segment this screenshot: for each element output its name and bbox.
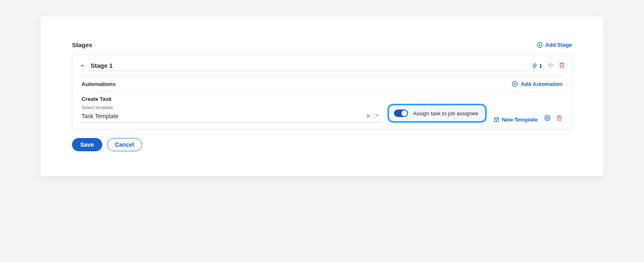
template-select[interactable]: Select template Task Template ✕ — [82, 105, 381, 123]
toggle-knob — [401, 110, 407, 116]
automations-header: Automations Add Automation — [82, 76, 562, 92]
assign-toggle-highlight: Assign task to job assignee — [387, 104, 487, 123]
stages-title: Stages — [72, 41, 92, 48]
stage-row: 1 — [79, 60, 565, 76]
automations-title: Automations — [82, 81, 116, 87]
template-select-field: Task Template ✕ — [82, 111, 381, 123]
delete-stage-icon[interactable] — [559, 62, 565, 70]
automation-item: Create Task Select template Task Templat… — [82, 96, 562, 123]
assign-toggle[interactable] — [394, 110, 408, 117]
add-stage-button[interactable]: Add Stage — [536, 42, 572, 48]
template-select-value: Task Template — [82, 113, 363, 119]
assign-toggle-label: Assign task to job assignee — [413, 110, 478, 117]
svg-marker-3 — [533, 63, 536, 68]
automations-bolt-button[interactable]: 1 — [532, 63, 542, 69]
clear-icon[interactable]: ✕ — [363, 113, 373, 119]
drag-handle-icon[interactable] — [547, 62, 554, 70]
add-stage-label: Add Stage — [545, 42, 572, 48]
automation-form-row: Select template Task Template ✕ — [82, 104, 562, 123]
stages-card: Stages Add Stage — [41, 17, 603, 176]
automation-row-icons — [544, 115, 562, 123]
stages-header: Stages Add Stage — [72, 41, 572, 48]
gear-icon[interactable] — [544, 115, 550, 123]
chevron-down-icon[interactable] — [373, 112, 381, 120]
footer-buttons: Save Cancel — [72, 138, 572, 151]
new-template-label: New Template — [502, 117, 538, 123]
automation-count: 1 — [539, 63, 542, 69]
automation-type-label: Create Task — [82, 96, 562, 102]
add-automation-label: Add Automation — [521, 81, 562, 87]
cancel-button[interactable]: Cancel — [107, 138, 142, 151]
template-select-label: Select template — [82, 105, 381, 110]
save-button[interactable]: Save — [72, 138, 102, 151]
new-template-button[interactable]: New Template — [493, 117, 538, 123]
stage-name-input[interactable] — [91, 60, 527, 71]
delete-automation-icon[interactable] — [556, 115, 562, 123]
add-automation-button[interactable]: Add Automation — [512, 81, 562, 87]
svg-point-13 — [547, 117, 548, 119]
chevron-up-icon[interactable] — [79, 62, 86, 69]
stage-action-icons: 1 — [532, 62, 565, 70]
plus-circle-icon — [536, 42, 543, 48]
stage-panel: 1 — [72, 54, 572, 130]
plus-circle-icon — [512, 81, 518, 87]
template-icon — [493, 117, 500, 123]
